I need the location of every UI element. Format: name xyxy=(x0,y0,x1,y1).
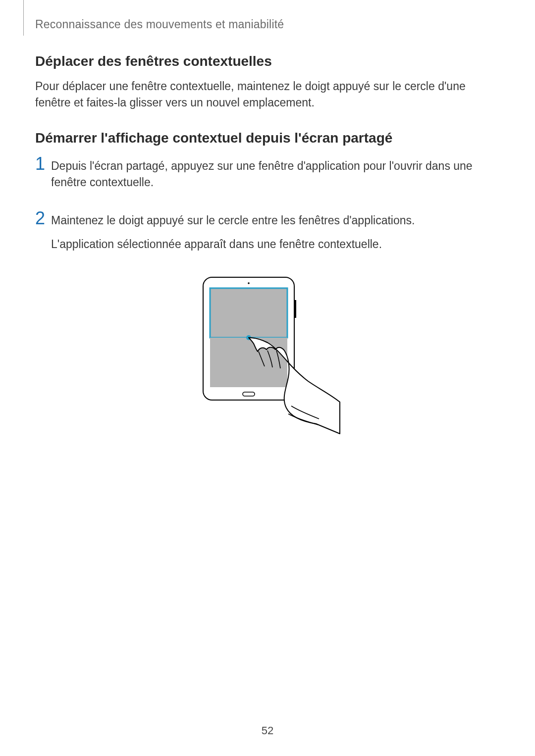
page-content: Déplacer des fenêtres contextuelles Pour… xyxy=(35,53,500,437)
svg-rect-5 xyxy=(210,288,287,338)
step-text: Maintenez le doigt appuyé sur le cercle … xyxy=(51,209,500,259)
illustration-tablet-tap xyxy=(193,273,342,437)
svg-rect-1 xyxy=(294,300,296,318)
svg-rect-6 xyxy=(210,338,287,387)
step-text: Depuis l'écran partagé, appuyez sur une … xyxy=(51,155,500,198)
section2-heading: Démarrer l'affichage contextuel depuis l… xyxy=(35,130,500,146)
svg-point-2 xyxy=(248,282,250,284)
section1-heading: Déplacer des fenêtres contextuelles xyxy=(35,53,500,69)
step-line: L'application sélectionnée apparaît dans… xyxy=(51,236,500,252)
step-number: 1 xyxy=(35,155,51,198)
page-number: 52 xyxy=(0,724,535,737)
step-line: Maintenez le doigt appuyé sur le cercle … xyxy=(51,212,500,229)
header-rule xyxy=(23,0,24,36)
step-1: 1 Depuis l'écran partagé, appuyez sur un… xyxy=(35,155,500,198)
step-2: 2 Maintenez le doigt appuyé sur le cercl… xyxy=(35,209,500,259)
running-header: Reconnaissance des mouvements et maniabi… xyxy=(35,18,284,31)
section1-body: Pour déplacer une fenêtre contextuelle, … xyxy=(35,78,500,111)
step-line: Depuis l'écran partagé, appuyez sur une … xyxy=(51,158,500,191)
step-number: 2 xyxy=(35,209,51,259)
